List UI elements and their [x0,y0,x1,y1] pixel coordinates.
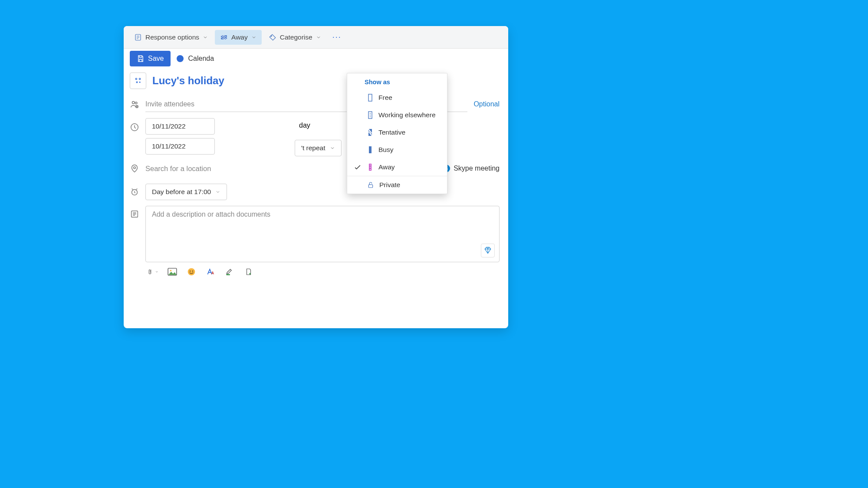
paperclip-icon [148,267,154,276]
response-options-button[interactable]: Response options [129,30,213,45]
save-button[interactable]: Save [130,51,171,66]
categorise-button[interactable]: Categorise [263,30,326,45]
response-options-label: Response options [145,33,199,41]
all-day-label: day [299,122,310,129]
svg-point-2 [271,35,272,36]
start-date-field[interactable]: 10/11/2022 [145,118,215,135]
chevron-down-icon [330,145,335,151]
description-placeholder: Add a description or attach documents [152,211,270,218]
template-icon [245,267,253,276]
tag-icon [269,33,276,41]
dropdown-item-label: Away [378,163,395,171]
emoji-button[interactable] [186,267,197,277]
svg-point-19 [370,113,371,114]
dropdown-item-busy[interactable]: Busy [347,141,447,158]
attach-button[interactable] [148,267,158,277]
dropdown-item-tentative[interactable]: Tentative [347,124,447,141]
end-date-field[interactable]: 10/11/2022 [145,138,215,155]
svg-point-4 [139,78,141,79]
more-actions-button[interactable]: ··· [328,30,346,44]
show-as-label: Away [231,33,248,41]
template-button[interactable] [243,267,254,277]
status-tentative-icon [367,129,373,136]
svg-rect-23 [369,146,372,153]
description-row: Add a description or attach documents [130,206,500,262]
save-button-label: Save [148,55,164,63]
event-title-input[interactable] [152,73,500,89]
calendar-label: Calenda [188,55,214,63]
dropdown-item-label: Free [378,94,392,102]
insert-image-button[interactable] [167,267,178,277]
chevron-down-icon [251,35,256,40]
location-icon [130,164,139,173]
dropdown-item-label: Tentative [378,129,405,136]
chevron-down-icon [215,189,220,195]
dropdown-item-private[interactable]: Private [347,176,447,194]
premium-button[interactable] [481,244,495,257]
svg-point-9 [134,167,136,169]
dropdown-item-label: Private [379,181,400,189]
save-row: Save Calenda [124,49,508,69]
dropdown-header: Show as [347,73,447,89]
chevron-down-icon [316,35,321,40]
reminder-label: Day before at 17:00 [152,188,211,196]
svg-point-3 [135,78,137,79]
svg-point-6 [135,102,137,104]
away-status-icon [220,33,228,41]
svg-point-21 [370,116,371,117]
check-placeholder [353,111,362,119]
highlight-button[interactable] [224,267,235,277]
highlight-icon [225,267,234,276]
status-working-elsewhere-icon [367,111,373,119]
status-free-icon [367,94,373,102]
lock-open-icon [367,181,374,189]
svg-point-25 [370,165,371,165]
calendar-selector[interactable]: Calenda [177,55,214,63]
check-placeholder [353,181,362,189]
calendar-color-dot [177,55,184,62]
status-away-icon [367,163,373,171]
clock-icon [130,122,139,132]
format-bar [130,267,500,277]
check-placeholder [353,128,362,137]
svg-rect-17 [368,94,372,101]
svg-rect-28 [368,185,372,188]
chevron-down-icon [155,270,158,274]
dropdown-item-label: Working elsewhere [378,111,436,119]
dropdown-item-away[interactable]: Away [347,158,447,176]
reminder-icon [130,187,139,197]
reminder-selector[interactable]: Day before at 17:00 [145,184,227,200]
repeat-selector[interactable]: 't repeat [295,140,342,156]
optional-attendees-link[interactable]: Optional [473,100,500,108]
attendees-icon [130,99,139,109]
font-button[interactable] [205,267,216,277]
show-as-button[interactable]: Away [215,30,262,45]
svg-point-13 [170,270,172,272]
swap-icon-button[interactable] [130,73,146,89]
description-input[interactable]: Add a description or attach documents [145,206,500,262]
dropdown-item-working-elsewhere[interactable]: Working elsewhere [347,106,447,124]
categorise-label: Categorise [280,33,312,41]
skype-meeting-label: S Skype meeting [442,165,500,172]
svg-point-14 [188,268,195,276]
diamond-icon [483,246,492,255]
event-form: Optional 10/11/2022 10/11/2022 day 't re… [124,69,508,280]
emoji-icon [187,267,196,276]
svg-point-26 [370,167,371,168]
event-editor-window: Response options Away Categorise ··· Sav… [124,26,508,328]
repeat-label: 't repeat [301,144,326,152]
check-icon [353,163,362,171]
status-busy-icon [367,146,373,154]
response-options-icon [134,33,142,41]
dropdown-item-label: Busy [378,146,393,154]
check-placeholder [353,145,362,154]
svg-point-5 [132,102,135,104]
save-icon [137,55,145,63]
swap-icon [134,76,142,85]
image-icon [168,268,177,276]
show-as-dropdown: Show as Free Working elsewhere Tentative… [347,73,447,194]
svg-point-27 [370,169,371,170]
skype-text: Skype meeting [454,165,500,172]
svg-point-16 [192,270,193,271]
dropdown-item-free[interactable]: Free [347,89,447,106]
